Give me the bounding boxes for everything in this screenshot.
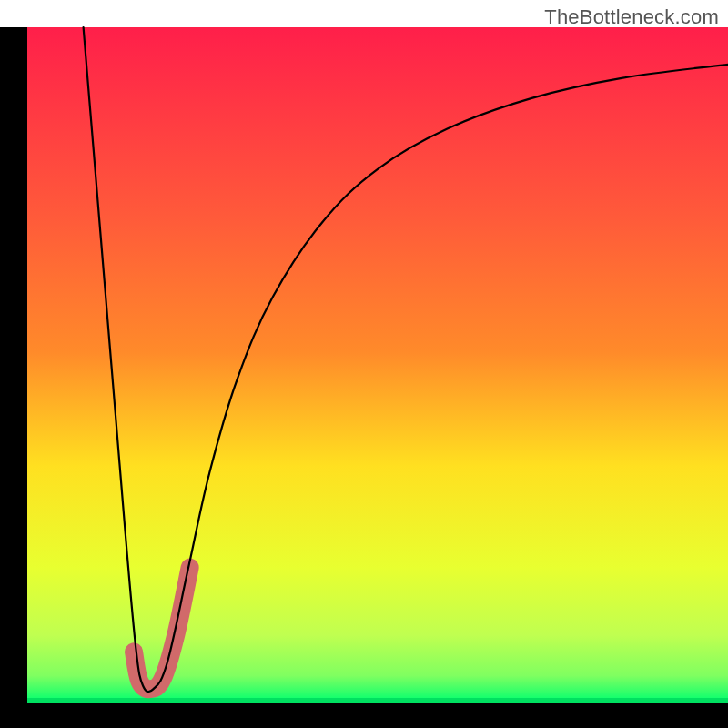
baseline-green xyxy=(27,698,728,703)
chart-container: TheBottleneck.com xyxy=(0,0,728,728)
watermark-text: TheBottleneck.com xyxy=(544,5,719,29)
bottleneck-chart xyxy=(0,0,728,728)
axis-bottom xyxy=(0,703,728,728)
plot-background xyxy=(27,27,728,703)
axis-left xyxy=(0,27,27,728)
